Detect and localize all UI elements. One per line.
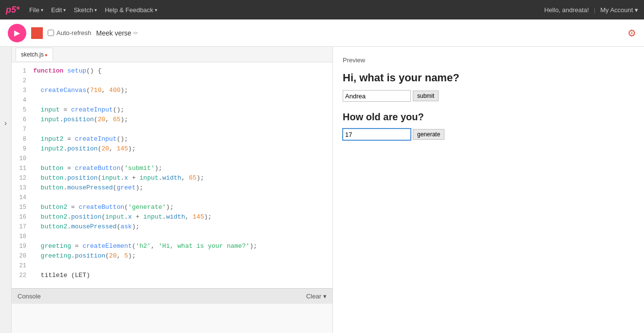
tab-filename: sketch.js xyxy=(21,51,44,58)
edit-sketch-icon[interactable]: ✏ xyxy=(133,30,138,37)
preview-panel: Preview Hi, what is your name? submit Ho… xyxy=(333,47,644,333)
code-editor[interactable]: 1 function setup() { 2 3 createCanvas(71… xyxy=(12,62,332,288)
console-bar: Console Clear ▾ xyxy=(12,288,332,304)
code-line-16: 16 button2.position(input.x + input.widt… xyxy=(12,212,332,222)
gear-icon: ⚙ xyxy=(627,28,636,38)
editor-tabs: sketch.js● xyxy=(12,47,332,62)
code-line-7: 7 xyxy=(12,125,332,134)
auto-refresh-toggle: Auto-refresh xyxy=(48,29,92,37)
sketch-menu-chevron: ▾ xyxy=(94,7,97,13)
name-input[interactable] xyxy=(343,90,411,102)
auto-refresh-checkbox[interactable] xyxy=(48,30,54,36)
code-line-19: 19 greeting = createElement('h2', 'Hi, w… xyxy=(12,241,332,251)
help-menu-label: Help & Feedback xyxy=(105,6,153,14)
unsaved-indicator: ● xyxy=(45,52,48,57)
chevron-down-icon: ▾ xyxy=(323,293,327,300)
stop-button[interactable] xyxy=(31,27,43,39)
sidebar-toggle[interactable]: › xyxy=(0,47,12,333)
main-area: › sketch.js● 1 function setup() { 2 3 cr… xyxy=(0,47,644,333)
code-line-12: 12 button.position(input.x + input.width… xyxy=(12,173,332,183)
preview-heading-1: Hi, what is your name? xyxy=(343,72,634,84)
sketch-js-tab[interactable]: sketch.js● xyxy=(16,48,53,61)
code-line-1: 1 function setup() { xyxy=(12,66,332,76)
generate-button[interactable]: generate xyxy=(413,129,444,140)
top-navigation: p5* File ▾ Edit ▾ Sketch ▾ Help & Feedba… xyxy=(0,0,644,19)
edit-menu[interactable]: Edit ▾ xyxy=(51,6,66,14)
play-icon: ▶ xyxy=(14,28,20,37)
submit-button[interactable]: submit xyxy=(413,91,439,101)
sketch-menu-label: Sketch xyxy=(74,6,93,14)
sketch-name-container: Meek verse ✏ xyxy=(96,29,138,37)
name-input-row: submit xyxy=(343,90,634,102)
play-button[interactable]: ▶ xyxy=(8,24,26,42)
sketch-name-text: Meek verse xyxy=(96,29,131,37)
code-line-2: 2 xyxy=(12,76,332,86)
settings-button[interactable]: ⚙ xyxy=(627,27,636,39)
p5-logo: p5* xyxy=(6,5,19,15)
console-output xyxy=(12,304,332,333)
my-account-link[interactable]: My Account ▾ xyxy=(600,6,638,14)
sketch-menu[interactable]: Sketch ▾ xyxy=(74,6,97,14)
code-line-14: 14 xyxy=(12,193,332,203)
code-line-15: 15 button2 = createButton('generate'); xyxy=(12,203,332,212)
clear-console-button[interactable]: Clear ▾ xyxy=(306,293,327,300)
nav-separator: | xyxy=(594,6,595,14)
hello-text: Hello, andreata! xyxy=(544,6,589,14)
edit-menu-chevron: ▾ xyxy=(63,7,66,13)
help-menu-chevron: ▾ xyxy=(155,7,157,13)
chevron-right-icon: › xyxy=(4,119,7,128)
auto-refresh-label: Auto-refresh xyxy=(56,29,92,37)
file-menu-chevron: ▾ xyxy=(41,7,43,13)
age-input[interactable] xyxy=(343,129,411,140)
preview-heading-2: How old are you? xyxy=(343,111,634,123)
clear-label: Clear xyxy=(306,293,321,300)
code-line-22: 22 title1e (LET) xyxy=(12,271,332,280)
editor-panel: sketch.js● 1 function setup() { 2 3 crea… xyxy=(12,47,333,333)
code-line-18: 18 xyxy=(12,232,332,241)
console-label: Console xyxy=(18,293,41,300)
preview-content: Hi, what is your name? submit How old ar… xyxy=(343,72,634,140)
file-menu[interactable]: File ▾ xyxy=(29,6,43,14)
file-menu-label: File xyxy=(29,6,39,14)
code-line-17: 17 button2.mousePressed(ask); xyxy=(12,222,332,232)
code-line-6: 6 input.position(20, 65); xyxy=(12,115,332,125)
code-line-13: 13 button.mousePressed(greet); xyxy=(12,183,332,193)
code-line-11: 11 button = createButton('submit'); xyxy=(12,164,332,173)
age-input-row: generate xyxy=(343,129,634,140)
code-line-20: 20 greeting.position(20, 5); xyxy=(12,251,332,261)
help-menu[interactable]: Help & Feedback ▾ xyxy=(105,6,157,14)
code-line-9: 9 input2.position(20, 145); xyxy=(12,144,332,154)
code-line-4: 4 xyxy=(12,95,332,105)
preview-label: Preview xyxy=(343,56,634,64)
code-line-5: 5 input = createInput(); xyxy=(12,105,332,115)
code-line-3: 3 createCanvas(710, 400); xyxy=(12,86,332,95)
edit-menu-label: Edit xyxy=(51,6,62,14)
code-line-8: 8 input2 = createInput(); xyxy=(12,134,332,144)
code-line-21: 21 xyxy=(12,261,332,271)
code-line-10: 10 xyxy=(12,154,332,164)
toolbar: ▶ Auto-refresh Meek verse ✏ ⚙ xyxy=(0,19,644,47)
